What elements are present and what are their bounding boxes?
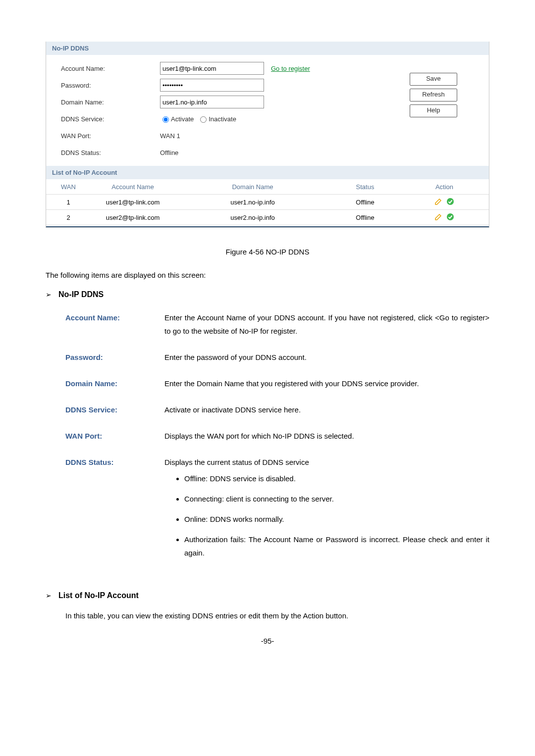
confirm-icon[interactable] [446,212,455,221]
screenshot-panel: No-IP DDNS Account Name: Go to register … [46,42,489,228]
password-input[interactable] [160,79,264,92]
cell-account: user2@tp-link.com [86,214,180,221]
edit-icon[interactable] [434,212,443,221]
doc-label-account-name: Account Name: [65,311,164,338]
doc-desc-wan-port: Displays the WAN port for which No-IP DD… [164,429,489,443]
radio-inactivate-label: Inactivate [209,115,236,123]
intro-text: The following items are displayed on thi… [46,271,489,279]
refresh-button[interactable]: Refresh [410,89,457,101]
doc-desc-ddns-status: Displays the current status of DDNS serv… [164,455,489,469]
doc-heading-list: List of No-IP Account [58,591,139,600]
label-wan-port: WAN Port: [61,132,160,140]
bullet-online: Online: DDNS works normally. [184,512,489,526]
doc-label-wan-port: WAN Port: [65,429,164,443]
radio-inactivate[interactable] [200,116,207,123]
chevron-right-icon: ➢ [46,592,52,600]
radio-activate-wrap[interactable]: Activate [160,115,194,123]
radio-activate-label: Activate [171,115,194,123]
label-domain-name: Domain Name: [61,99,160,106]
cell-domain: user2.no-ip.info [180,214,325,221]
label-ddns-status: DDNS Status: [61,149,160,156]
domain-name-input[interactable] [160,96,264,108]
cell-wan: 1 [51,199,86,206]
radio-activate[interactable] [162,116,169,123]
value-wan-port: WAN 1 [160,132,180,140]
label-password: Password: [61,82,160,89]
bullet-auth-fails: Authorization fails: The Account Name or… [184,533,489,559]
doc-heading-noip-ddns: No-IP DDNS [58,290,104,299]
th-status: Status [325,183,405,191]
doc-list-para: In this table, you can view the existing… [65,610,489,622]
th-domain: Domain Name [180,183,325,191]
doc-desc-password: Enter the password of your DDNS account. [164,351,489,364]
section-noip-ddns-title: No-IP DDNS [46,42,489,55]
table-row: 2 user2@tp-link.com user2.no-ip.info Off… [46,210,489,225]
cell-status: Offline [325,199,405,206]
svg-point-1 [447,213,454,220]
table-header-row: WAN Account Name Domain Name Status Acti… [46,179,489,195]
table-bottom-border [46,226,489,227]
go-to-register-link[interactable]: Go to register [271,65,310,72]
edit-icon[interactable] [434,197,443,206]
noip-account-table: WAN Account Name Domain Name Status Acti… [46,179,489,225]
th-wan: WAN [51,183,86,191]
doc-desc-domain-name: Enter the Domain Name that you registere… [164,377,489,390]
doc-label-domain-name: Domain Name: [65,377,164,390]
confirm-icon[interactable] [446,197,455,206]
doc-desc-account-name: Enter the Account Name of your DDNS acco… [164,311,489,338]
cell-account: user1@tp-link.com [86,199,180,206]
help-button[interactable]: Help [410,104,457,117]
account-name-input[interactable] [160,62,264,75]
th-action: Action [405,183,484,191]
page-number: -95- [46,637,489,645]
form-noip-ddns: Account Name: Go to register Password: D… [46,55,489,166]
radio-inactivate-wrap[interactable]: Inactivate [198,115,236,123]
cell-wan: 2 [51,214,86,221]
doc-desc-ddns-service: Activate or inactivate DDNS service here… [164,403,489,416]
bullet-offline: Offline: DDNS service is disabled. [184,472,489,485]
svg-point-0 [447,198,454,205]
cell-domain: user1.no-ip.info [180,199,325,206]
section-list-title: List of No-IP Account [46,166,489,179]
value-ddns-status: Offline [160,149,178,156]
save-button[interactable]: Save [410,73,457,86]
figure-caption: Figure 4-56 NO-IP DDNS [46,248,489,256]
label-ddns-service: DDNS Service: [61,115,160,123]
doc-label-ddns-service: DDNS Service: [65,403,164,416]
label-account-name: Account Name: [61,65,160,72]
cell-status: Offline [325,214,405,221]
doc-label-password: Password: [65,351,164,364]
bullet-connecting: Connecting: client is connecting to the … [184,492,489,505]
chevron-right-icon: ➢ [46,291,52,299]
table-row: 1 user1@tp-link.com user1.no-ip.info Off… [46,195,489,210]
doc-label-ddns-status: DDNS Status: [65,455,164,566]
th-account: Account Name [86,183,180,191]
